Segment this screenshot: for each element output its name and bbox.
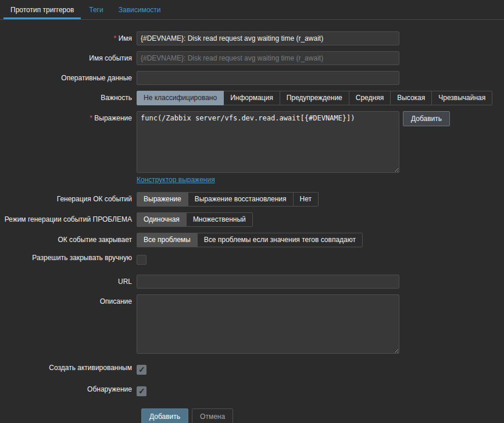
severity-option-not-classified[interactable]: Не классифицировано: [137, 91, 224, 105]
ok-close-option-all-problems[interactable]: Все проблемы: [137, 233, 198, 247]
name-row: Имя: [0, 31, 504, 45]
create-enabled-row: Создать активированным: [0, 363, 504, 375]
ok-event-generation-label: Генерация ОК событий: [0, 192, 137, 203]
manual-close-checkbox[interactable]: [137, 255, 146, 265]
create-enabled-checkbox[interactable]: [137, 365, 146, 375]
ok-close-option-matching-tags[interactable]: Все проблемы если значения тегов совпада…: [198, 233, 363, 247]
problem-mode-option-multiple[interactable]: Множественный: [187, 212, 253, 227]
tab-trigger-prototype[interactable]: Прототип триггеров: [3, 0, 81, 19]
manual-close-row: Разрешить закрывать вручную: [0, 253, 504, 265]
tab-bar: Прототип триггеров Теги Зависимости: [0, 0, 504, 20]
url-row: URL: [0, 275, 504, 289]
ok-event-gen-option-expression[interactable]: Выражение: [137, 192, 188, 207]
severity-option-average[interactable]: Средняя: [349, 91, 391, 105]
ok-event-closes-row: ОК событие закрывает Все проблемы Все пр…: [0, 233, 504, 247]
expression-constructor-link[interactable]: Конструктор выражения: [137, 176, 215, 184]
severity-label: Важность: [0, 91, 137, 102]
expression-label: Выражение: [0, 111, 137, 122]
problem-event-mode-label: Режим генерации событий ПРОБЛЕМА: [0, 212, 137, 223]
cancel-button[interactable]: Отмена: [192, 408, 233, 423]
expression-add-button[interactable]: Добавить: [403, 111, 450, 126]
event-name-row: Имя события: [0, 51, 504, 65]
trigger-prototype-page: Прототип триггеров Теги Зависимости Имя …: [0, 0, 504, 423]
operational-data-input[interactable]: [137, 71, 399, 85]
event-name-input[interactable]: [137, 51, 399, 65]
manual-close-label: Разрешить закрывать вручную: [0, 253, 137, 262]
event-name-label: Имя события: [0, 51, 137, 62]
ok-event-gen-option-recovery-expression[interactable]: Выражение восстановления: [188, 192, 294, 207]
severity-segmented-control: Не классифицировано Информация Предупреж…: [137, 91, 492, 105]
severity-option-information[interactable]: Информация: [224, 91, 280, 105]
name-label: Имя: [0, 31, 137, 42]
trigger-prototype-form: Имя Имя события Оперативные данные Важно…: [0, 20, 504, 423]
expression-field: func(/Zabbix server/vfs.dev.read.await[{…: [137, 111, 450, 184]
submit-add-button[interactable]: Добавить: [141, 408, 188, 423]
problem-event-mode-row: Режим генерации событий ПРОБЛЕМА Одиночн…: [0, 212, 504, 227]
ok-event-generation-segmented-control: Выражение Выражение восстановления Нет: [137, 192, 319, 207]
name-input[interactable]: [137, 31, 399, 45]
description-textarea[interactable]: [137, 294, 399, 354]
expression-row: Выражение func(/Zabbix server/vfs.dev.re…: [0, 111, 504, 184]
tab-dependencies[interactable]: Зависимости: [112, 0, 168, 19]
create-enabled-label: Создать активированным: [0, 363, 137, 372]
discover-row: Обнаружение: [0, 385, 504, 396]
url-input[interactable]: [137, 275, 399, 289]
ok-event-generation-row: Генерация ОК событий Выражение Выражение…: [0, 192, 504, 207]
ok-event-closes-segmented-control: Все проблемы Все проблемы если значения …: [137, 233, 363, 247]
tab-tags[interactable]: Теги: [82, 0, 110, 19]
operational-data-row: Оперативные данные: [0, 71, 504, 85]
expression-textarea[interactable]: func(/Zabbix server/vfs.dev.read.await[{…: [137, 111, 399, 173]
description-row: Описание: [0, 294, 504, 354]
url-label: URL: [0, 275, 137, 286]
ok-event-gen-option-none[interactable]: Нет: [294, 192, 319, 207]
severity-option-high[interactable]: Высокая: [391, 91, 432, 105]
severity-option-disaster[interactable]: Чрезвычайная: [432, 91, 492, 105]
severity-option-warning[interactable]: Предупреждение: [280, 91, 349, 105]
problem-mode-option-single[interactable]: Одиночная: [137, 212, 187, 227]
ok-event-closes-label: ОК событие закрывает: [0, 233, 137, 244]
discover-checkbox[interactable]: [137, 386, 146, 396]
form-footer: Добавить Отмена: [141, 406, 504, 423]
problem-event-mode-segmented-control: Одиночная Множественный: [137, 212, 253, 227]
severity-row: Важность Не классифицировано Информация …: [0, 91, 504, 105]
description-label: Описание: [0, 294, 137, 305]
discover-label: Обнаружение: [0, 385, 137, 393]
operational-data-label: Оперативные данные: [0, 71, 137, 82]
